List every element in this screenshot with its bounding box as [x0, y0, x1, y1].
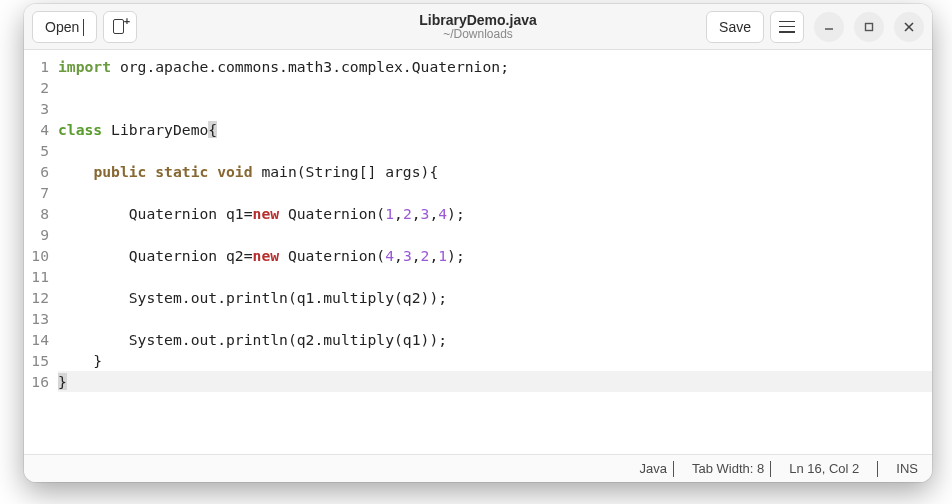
svg-rect-1 — [866, 23, 873, 30]
line-number: 13 — [24, 308, 49, 329]
code-line — [58, 98, 932, 119]
close-icon — [903, 21, 915, 33]
line-number: 8 — [24, 203, 49, 224]
chevron-down-icon — [83, 19, 84, 35]
close-button[interactable] — [894, 12, 924, 42]
minimize-icon — [823, 21, 835, 33]
code-line: Quaternion q1=new Quaternion(1,2,3,4); — [58, 203, 932, 224]
maximize-button[interactable] — [854, 12, 884, 42]
code-line: import org.apache.commons.math3.complex.… — [58, 56, 932, 77]
code-line — [58, 140, 932, 161]
code-editor[interactable]: 12345678910111213141516 import org.apach… — [24, 50, 932, 454]
code-line — [58, 182, 932, 203]
code-line — [58, 224, 932, 245]
titlebar: Open LibraryDemo.java ~/Downloads Save — [24, 4, 932, 50]
open-button[interactable]: Open — [32, 11, 97, 43]
line-number: 10 — [24, 245, 49, 266]
editor-window: Open LibraryDemo.java ~/Downloads Save — [24, 4, 932, 482]
code-line: System.out.println(q1.multiply(q2)); — [58, 287, 932, 308]
hamburger-icon — [779, 21, 795, 33]
tab-width-selector[interactable]: Tab Width: 8 — [692, 461, 771, 476]
line-number: 6 — [24, 161, 49, 182]
line-number: 3 — [24, 98, 49, 119]
position-chevron[interactable] — [877, 461, 878, 476]
insert-mode[interactable]: INS — [896, 461, 918, 476]
save-button[interactable]: Save — [706, 11, 764, 43]
language-selector[interactable]: Java — [639, 461, 673, 476]
code-line — [58, 266, 932, 287]
menu-button[interactable] — [770, 11, 804, 43]
code-line: } — [58, 350, 932, 371]
code-line: Quaternion q2=new Quaternion(4,3,2,1); — [58, 245, 932, 266]
chevron-down-icon — [877, 461, 878, 476]
line-number: 4 — [24, 119, 49, 140]
minimize-button[interactable] — [814, 12, 844, 42]
code-line: System.out.println(q2.multiply(q1)); — [58, 329, 932, 350]
window-subtitle: ~/Downloads — [419, 28, 537, 41]
line-number: 12 — [24, 287, 49, 308]
cursor-position[interactable]: Ln 16, Col 2 — [789, 461, 859, 476]
code-line: } — [58, 371, 932, 392]
code-content[interactable]: import org.apache.commons.math3.complex.… — [54, 50, 932, 454]
line-number: 2 — [24, 77, 49, 98]
chevron-down-icon — [673, 461, 674, 476]
code-line: class LibraryDemo{ — [58, 119, 932, 140]
code-line: public static void main(String[] args){ — [58, 161, 932, 182]
line-number-gutter: 12345678910111213141516 — [24, 50, 54, 454]
new-tab-button[interactable] — [103, 11, 137, 43]
line-number: 5 — [24, 140, 49, 161]
line-number: 7 — [24, 182, 49, 203]
open-label: Open — [45, 19, 79, 35]
chevron-down-icon — [770, 461, 771, 476]
new-document-icon — [112, 19, 128, 35]
window-title: LibraryDemo.java — [419, 12, 537, 27]
line-number: 16 — [24, 371, 49, 392]
line-number: 9 — [24, 224, 49, 245]
line-number: 15 — [24, 350, 49, 371]
line-number: 1 — [24, 56, 49, 77]
maximize-icon — [863, 21, 875, 33]
code-line — [58, 308, 932, 329]
status-bar: Java Tab Width: 8 Ln 16, Col 2 INS — [24, 454, 932, 482]
code-line — [58, 77, 932, 98]
line-number: 11 — [24, 266, 49, 287]
line-number: 14 — [24, 329, 49, 350]
